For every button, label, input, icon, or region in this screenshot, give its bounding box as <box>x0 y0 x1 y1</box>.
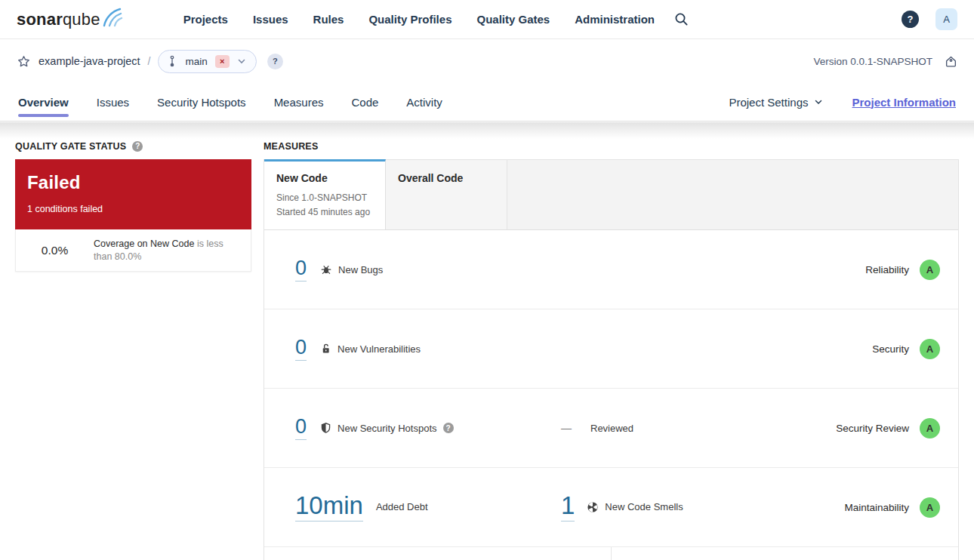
measure-row-bugs: 0 New Bugs <box>264 230 958 309</box>
project-tabs-bar: Overview Issues Security Hotspots Measur… <box>0 83 974 122</box>
duplications-panel <box>612 547 958 560</box>
sonarqube-waves-icon <box>102 5 125 28</box>
nav-rules[interactable]: Rules <box>313 13 344 26</box>
new-code-tab-subtitle: Since 1.0-SNAPSHOT Started 45 minutes ag… <box>276 191 373 220</box>
tab-issues[interactable]: Issues <box>97 83 129 121</box>
nav-quality-profiles[interactable]: Quality Profiles <box>368 13 452 26</box>
tab-overview[interactable]: Overview <box>18 83 69 121</box>
git-branch-icon <box>167 55 177 67</box>
sonarqube-logo[interactable]: sonarqube <box>17 8 125 31</box>
measures-card: New Code Since 1.0-SNAPSHOT Started 45 m… <box>264 159 959 560</box>
project-settings-label: Project Settings <box>729 96 808 109</box>
reviewed-label: Reviewed <box>590 423 633 434</box>
reliability-rating-badge[interactable]: A <box>920 260 940 280</box>
condition-description: Coverage on New Code is less than 80.0% <box>94 238 240 263</box>
shield-icon <box>320 422 331 434</box>
breadcrumb-right: Version 0.0.1-SNAPSHOT <box>813 55 957 68</box>
security-review-rating-badge[interactable]: A <box>920 418 940 438</box>
new-security-hotspots-label: New Security Hotspots <box>338 423 437 434</box>
quality-gate-conditions-count: 1 conditions failed <box>27 204 239 214</box>
coverage-panel <box>264 547 612 560</box>
chevron-down-icon <box>237 57 246 66</box>
breadcrumb-separator: / <box>148 55 151 67</box>
quality-gate-panel: QUALITY GATE STATUS ? Failed 1 condition… <box>15 122 251 272</box>
added-debt-link[interactable]: 10min <box>295 493 363 522</box>
tab-overall-code[interactable]: Overall Code <box>386 160 507 229</box>
logo-bold: sonar <box>17 10 63 29</box>
project-version: Version 0.0.1-SNAPSHOT <box>813 56 932 67</box>
new-bugs-label: New Bugs <box>338 264 383 275</box>
measures-panel: MEASURES New Code Since 1.0-SNAPSHOT Sta… <box>264 122 959 560</box>
measures-tab-strip: New Code Since 1.0-SNAPSHOT Started 45 m… <box>264 160 958 230</box>
security-label: Security <box>872 343 909 355</box>
sonarqube-logo-text: sonarqube <box>17 8 100 31</box>
measure-row-vulnerabilities: 0 New Vulnerabilities <box>264 309 958 389</box>
help-icon[interactable]: ? <box>902 11 919 28</box>
favorite-star-icon[interactable] <box>17 54 31 69</box>
user-avatar[interactable]: A <box>935 8 957 30</box>
project-information-link[interactable]: Project Information <box>852 96 956 109</box>
new-code-tab-label: New Code <box>276 172 373 184</box>
branch-name: main <box>185 56 207 67</box>
new-code-smells-label: New Code Smells <box>605 501 683 512</box>
maintainability-rating-badge[interactable]: A <box>920 497 940 518</box>
tab-activity[interactable]: Activity <box>406 83 442 121</box>
overall-code-tab-label: Overall Code <box>398 172 495 184</box>
new-code-started: Started 45 minutes ago <box>276 205 373 220</box>
added-debt-label: Added Debt <box>376 501 428 512</box>
measures-heading: MEASURES <box>264 140 959 152</box>
tab-security-hotspots[interactable]: Security Hotspots <box>157 83 246 121</box>
top-navigation-bar: sonarqube Projects Issues Rules Quality … <box>0 0 974 39</box>
new-code-smells-count-link[interactable]: 1 <box>561 493 575 522</box>
new-bugs-count-link[interactable]: 0 <box>295 257 307 281</box>
failed-condition-row[interactable]: 0.0% Coverage on New Code is less than 8… <box>15 229 251 272</box>
measures-heading-text: MEASURES <box>264 141 318 152</box>
security-rating-badge[interactable]: A <box>920 339 940 359</box>
maintainability-label: Maintainability <box>844 502 909 513</box>
new-vulnerabilities-label: New Vulnerabilities <box>338 343 421 355</box>
nav-issues[interactable]: Issues <box>253 13 288 26</box>
new-vulnerabilities-count-link[interactable]: 0 <box>295 337 307 360</box>
branch-selector[interactable]: main × <box>158 50 256 73</box>
project-tabs: Overview Issues Security Hotspots Measur… <box>18 83 442 121</box>
quality-gate-heading: QUALITY GATE STATUS ? <box>15 140 251 152</box>
tab-code[interactable]: Code <box>351 83 378 121</box>
branch-failed-badge[interactable]: × <box>215 55 230 68</box>
measure-row-security-hotspots: 0 New Security Hotspots ? <box>264 389 958 468</box>
overview-content: QUALITY GATE STATUS ? Failed 1 condition… <box>0 122 974 560</box>
tabs-right-controls: Project Settings Project Information <box>729 96 956 109</box>
chevron-down-icon <box>814 97 823 106</box>
reliability-label: Reliability <box>865 264 909 275</box>
bug-icon <box>320 263 332 275</box>
branch-help-icon[interactable]: ? <box>267 54 283 69</box>
quality-gate-heading-text: QUALITY GATE STATUS <box>15 141 126 152</box>
new-security-hotspots-count-link[interactable]: 0 <box>295 416 307 439</box>
nav-administration[interactable]: Administration <box>575 13 655 26</box>
quality-gate-status-banner: Failed 1 conditions failed <box>15 159 251 229</box>
tab-measures[interactable]: Measures <box>274 83 324 121</box>
sonarqube-project-overview: sonarqube Projects Issues Rules Quality … <box>0 0 974 560</box>
tab-new-code[interactable]: New Code Since 1.0-SNAPSHOT Started 45 m… <box>264 159 386 229</box>
nav-quality-gates[interactable]: Quality Gates <box>476 13 550 26</box>
search-icon[interactable] <box>674 12 689 26</box>
condition-metric: Coverage on New Code <box>94 238 194 249</box>
code-smell-icon <box>587 501 599 513</box>
measure-row-maintainability: 10min Added Debt 1 <box>264 468 958 547</box>
condition-value[interactable]: 0.0% <box>16 244 94 257</box>
lock-icon <box>320 343 331 355</box>
coverage-duplications-row <box>264 547 958 560</box>
breadcrumb-project-name[interactable]: example-java-project <box>39 55 140 67</box>
reviewed-placeholder-dash: — <box>561 422 571 434</box>
project-settings-dropdown[interactable]: Project Settings <box>729 96 823 109</box>
main-navigation: Projects Issues Rules Quality Profiles Q… <box>183 13 655 26</box>
project-breadcrumb-bar: example-java-project / main × ? Version … <box>0 39 974 83</box>
home-icon[interactable] <box>945 55 957 68</box>
quality-gate-help-icon[interactable]: ? <box>132 141 143 152</box>
logo-light: qube <box>63 10 100 29</box>
security-hotspots-help-icon[interactable]: ? <box>443 423 454 433</box>
quality-gate-status: Failed <box>27 172 239 193</box>
new-code-since: Since 1.0-SNAPSHOT <box>276 191 373 205</box>
security-review-label: Security Review <box>836 423 909 434</box>
nav-projects[interactable]: Projects <box>183 13 228 26</box>
